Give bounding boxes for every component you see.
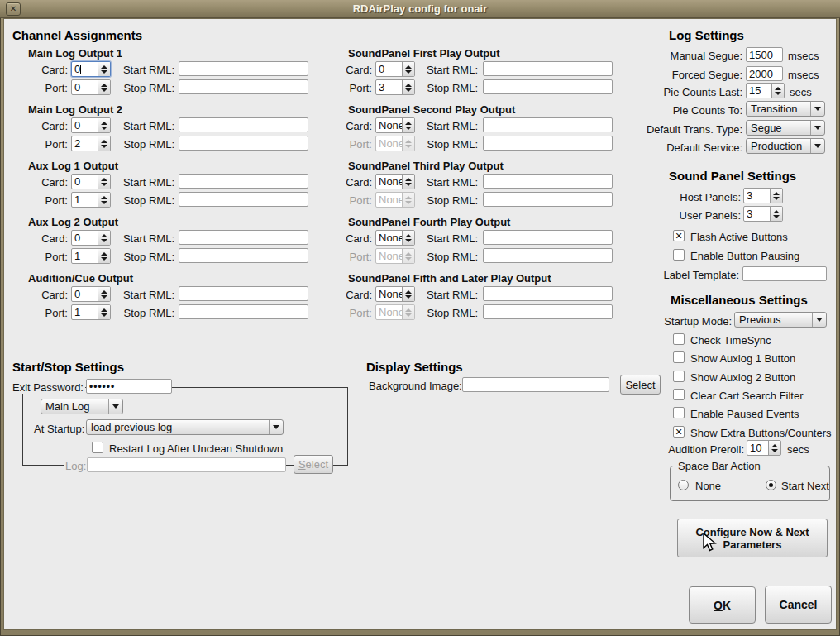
spinner-arrows-icon[interactable] xyxy=(98,175,110,189)
ok-button[interactable]: OK xyxy=(689,586,756,624)
spinner-arrows-icon[interactable] xyxy=(768,441,780,455)
default-service-select[interactable]: Production xyxy=(746,138,825,154)
pie-counts-to-select[interactable]: Transition xyxy=(746,101,825,117)
card-spinbox[interactable]: 0 xyxy=(71,61,111,77)
clear-cart-search-filter-checkbox[interactable] xyxy=(673,389,685,400)
stop-rml-input[interactable] xyxy=(179,304,308,319)
audition-preroll-spinbox[interactable]: 10 xyxy=(747,440,781,456)
start-rml-input[interactable] xyxy=(179,286,308,301)
start-rml-input[interactable] xyxy=(179,117,308,132)
stop-rml-input[interactable] xyxy=(179,248,308,263)
log-machine-select[interactable]: Main Log xyxy=(41,399,123,414)
check-timesync-label: Check TimeSync xyxy=(690,334,771,347)
start-rml-label: Start RML: xyxy=(107,176,174,189)
host-panels-spinbox[interactable]: 3 xyxy=(743,188,783,203)
start-rml-label: Start RML: xyxy=(410,176,478,189)
start-rml-input[interactable] xyxy=(179,230,308,245)
port-spinbox[interactable]: 1 xyxy=(71,248,111,264)
cancel-button[interactable]: Cancel xyxy=(765,586,832,624)
card-spinbox[interactable]: None xyxy=(375,286,415,302)
card-spinbox[interactable]: None xyxy=(375,174,415,189)
start-rml-input[interactable] xyxy=(483,174,613,189)
at-startup-select[interactable]: load previous log xyxy=(86,419,284,435)
port-spinbox[interactable]: 1 xyxy=(71,304,111,320)
label-template-input[interactable] xyxy=(742,266,827,281)
enable-paused-events-checkbox[interactable] xyxy=(673,407,685,418)
start-rml-input[interactable] xyxy=(179,61,308,76)
spinner-arrows-icon[interactable] xyxy=(98,80,110,94)
channel-group: SoundPanel Fifth and Later Play Output C… xyxy=(337,272,623,323)
spinner-arrows-icon[interactable] xyxy=(770,207,782,221)
default-trans-type-select[interactable]: Segue xyxy=(746,120,825,136)
show-auxlog-1-checkbox[interactable] xyxy=(673,351,685,363)
port-spinbox[interactable]: 2 xyxy=(71,136,111,151)
stop-rml-input[interactable] xyxy=(179,136,308,151)
exit-password-input[interactable]: •••••• xyxy=(86,379,172,394)
spinner-arrows-icon[interactable] xyxy=(98,118,110,132)
port-spinbox[interactable]: 3 xyxy=(375,79,415,95)
start-rml-input[interactable] xyxy=(483,286,613,301)
space-bar-start-next-radio[interactable] xyxy=(766,480,776,490)
restart-after-unclean-checkbox[interactable] xyxy=(92,442,103,453)
start-rml-input[interactable] xyxy=(483,117,613,132)
card-spinbox[interactable]: None xyxy=(375,117,415,133)
spinner-arrows-icon[interactable] xyxy=(402,62,414,76)
flash-active-buttons-checkbox[interactable] xyxy=(673,230,685,241)
forced-segue-label: Forced Segue: xyxy=(637,69,742,81)
channel-group: SoundPanel Fourth Play Output Card: None… xyxy=(337,216,623,267)
port-label: Port: xyxy=(29,138,68,151)
group-title: SoundPanel Second Play Output xyxy=(348,103,515,116)
card-spinbox[interactable]: 0 xyxy=(375,61,415,77)
show-auxlog-2-checkbox[interactable] xyxy=(673,371,685,382)
card-label: Card: xyxy=(29,120,68,132)
stop-rml-input[interactable] xyxy=(179,79,308,94)
port-label: Port: xyxy=(29,251,68,263)
card-spinbox[interactable]: 0 xyxy=(71,117,111,133)
stop-rml-input[interactable] xyxy=(483,304,613,319)
stop-rml-input[interactable] xyxy=(179,192,308,207)
spinner-arrows-icon[interactable] xyxy=(98,249,110,263)
forced-segue-input[interactable]: 2000 xyxy=(746,66,783,81)
startup-mode-select[interactable]: Previous xyxy=(734,312,827,328)
user-panels-spinbox[interactable]: 3 xyxy=(743,206,783,222)
stop-rml-input[interactable] xyxy=(483,79,613,94)
spinner-arrows-icon[interactable] xyxy=(771,84,784,98)
spinner-arrows-icon[interactable] xyxy=(98,287,110,301)
stop-rml-input[interactable] xyxy=(483,248,613,263)
spinner-arrows-icon[interactable] xyxy=(98,193,110,207)
start-rml-input[interactable] xyxy=(483,61,613,76)
port-spinbox[interactable]: 1 xyxy=(71,192,111,208)
check-timesync-checkbox[interactable] xyxy=(673,333,685,345)
stop-rml-input[interactable] xyxy=(483,136,613,151)
pie-counts-last-spinbox[interactable]: 15 xyxy=(746,83,785,98)
spinner-arrows-icon[interactable] xyxy=(402,287,414,301)
port-spinbox[interactable]: 0 xyxy=(71,79,111,95)
spinner-arrows-icon[interactable] xyxy=(98,231,110,245)
background-image-input[interactable] xyxy=(462,377,609,392)
card-spinbox[interactable]: 0 xyxy=(71,230,111,246)
start-rml-label: Start RML: xyxy=(410,289,478,301)
start-rml-input[interactable] xyxy=(483,230,613,245)
spinner-arrows-icon[interactable] xyxy=(98,136,110,151)
forced-segue-unit: msecs xyxy=(788,69,819,81)
spinner-arrows-icon[interactable] xyxy=(98,305,110,319)
spinner-arrows-icon[interactable] xyxy=(98,62,110,76)
stop-rml-label: Stop RML: xyxy=(107,194,174,207)
spinner-arrows-icon[interactable] xyxy=(402,175,414,189)
card-spinbox[interactable]: None xyxy=(375,230,415,246)
spinner-arrows-icon[interactable] xyxy=(402,118,414,132)
background-image-select-button[interactable]: Select xyxy=(620,375,661,395)
show-extra-buttons-checkbox[interactable] xyxy=(673,426,685,438)
enable-button-pausing-checkbox[interactable] xyxy=(673,249,685,261)
spinner-arrows-icon[interactable] xyxy=(402,80,414,94)
card-spinbox[interactable]: 0 xyxy=(71,286,111,302)
card-label: Card: xyxy=(337,64,372,76)
space-bar-none-radio[interactable] xyxy=(678,480,689,490)
manual-segue-input[interactable]: 1500 xyxy=(746,47,783,62)
card-spinbox[interactable]: 0 xyxy=(71,174,111,189)
stop-rml-input[interactable] xyxy=(483,192,613,207)
start-rml-input[interactable] xyxy=(179,174,308,189)
stop-rml-label: Stop RML: xyxy=(410,194,478,207)
spinner-arrows-icon[interactable] xyxy=(402,231,414,245)
spinner-arrows-icon[interactable] xyxy=(770,189,782,203)
